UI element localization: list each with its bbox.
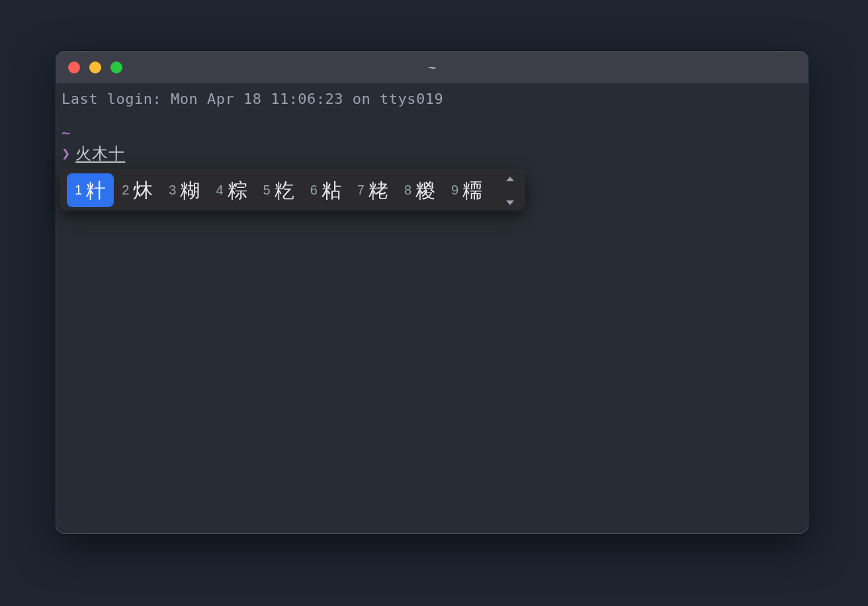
ime-candidate-8[interactable]: 8 糉: [396, 173, 443, 207]
minimize-button[interactable]: [89, 62, 101, 73]
ime-candidate-9[interactable]: 9 糥: [443, 173, 490, 207]
candidate-char: 粽: [228, 177, 247, 203]
candidate-index: 3: [169, 181, 176, 198]
ime-candidate-1[interactable]: 1 籵: [67, 173, 114, 207]
last-login-line: Last login: Mon Apr 18 11:06:23 on ttys0…: [62, 90, 803, 109]
candidate-index: 2: [122, 181, 129, 198]
candidate-char: 籺: [275, 177, 294, 203]
candidate-char: 糥: [462, 177, 482, 203]
ime-candidate-7[interactable]: 7 粩: [349, 173, 396, 207]
candidate-char: 籵: [86, 177, 106, 203]
candidate-index: 6: [310, 181, 318, 198]
prompt-line: ❯ 火木十: [62, 144, 803, 164]
candidate-char: 糉: [415, 177, 435, 203]
page-up-icon[interactable]: [505, 168, 515, 187]
ime-candidate-6[interactable]: 6 粘: [302, 173, 349, 207]
candidate-char: 糊: [180, 177, 200, 203]
candidate-char: 粩: [369, 177, 388, 203]
terminal-window: ~ Last login: Mon Apr 18 11:06:23 on tty…: [56, 51, 808, 534]
ime-candidate-4[interactable]: 4 粽: [208, 173, 255, 207]
terminal-content[interactable]: Last login: Mon Apr 18 11:06:23 on ttys0…: [56, 83, 808, 533]
window-title: ~: [428, 60, 436, 75]
cwd-indicator: ~: [62, 124, 803, 143]
close-button[interactable]: [68, 62, 80, 73]
page-down-icon[interactable]: [505, 193, 515, 212]
ime-composition-text[interactable]: 火木十: [75, 144, 125, 164]
prompt-symbol: ❯: [62, 144, 70, 163]
traffic-lights: [68, 62, 122, 73]
candidate-pager: [505, 168, 515, 211]
ime-candidate-2[interactable]: 2 炑: [114, 173, 161, 207]
candidate-index: 8: [404, 181, 412, 198]
maximize-button[interactable]: [110, 62, 122, 73]
candidate-char: 炑: [133, 177, 153, 203]
candidate-index: 4: [216, 181, 223, 198]
ime-candidate-3[interactable]: 3 糊: [161, 173, 208, 207]
ime-candidate-5[interactable]: 5 籺: [255, 173, 302, 207]
window-titlebar[interactable]: ~: [56, 52, 808, 83]
ime-candidate-bar[interactable]: 1 籵 2 炑 3 糊 4 粽 5 籺 6 粘: [60, 169, 525, 210]
candidate-index: 1: [75, 181, 82, 198]
candidate-char: 粘: [322, 177, 341, 203]
candidate-index: 7: [357, 181, 365, 198]
candidate-index: 5: [263, 181, 271, 198]
candidate-index: 9: [451, 181, 458, 198]
